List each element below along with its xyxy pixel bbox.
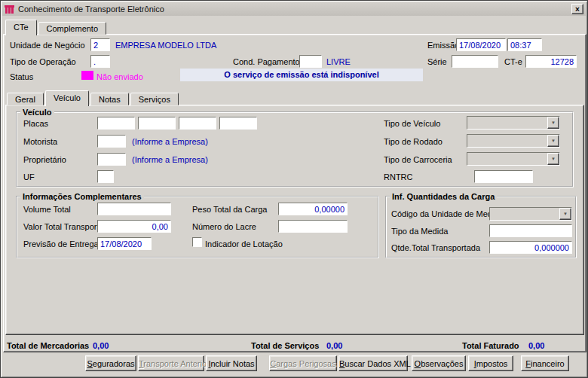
serie-label: Série [427, 57, 447, 67]
observacoes-button[interactable]: Observações [412, 355, 466, 371]
impostos-button[interactable]: Impostos [468, 355, 513, 371]
tab-complemento[interactable]: Complemento [38, 22, 106, 35]
close-button[interactable]: × [571, 4, 583, 14]
incluir-notas-button[interactable]: Incluir Notas [206, 355, 257, 371]
total-servicos-value: 0,00 [326, 341, 342, 350]
seguradoras-button[interactable]: Seguradoras [85, 355, 136, 371]
placa-input-2[interactable] [138, 117, 176, 130]
volume-total-input[interactable] [97, 203, 171, 215]
total-servicos-label: Total de Serviços [251, 341, 319, 350]
quantidades-title: Inf. Quantidades da Carga [390, 192, 497, 201]
placa-input-3[interactable] [179, 117, 216, 130]
tipo-operacao-label: Tipo de Operação [10, 57, 76, 67]
motorista-input[interactable] [97, 135, 126, 148]
tab-veiculo[interactable]: Veículo [45, 90, 89, 106]
motorista-label: Motorista [23, 137, 57, 147]
chevron-down-icon: ▼ [547, 153, 559, 165]
numero-lacre-input[interactable] [278, 220, 348, 233]
tab-geral[interactable]: Geral [7, 93, 44, 105]
tipo-carroceria-label: Tipo de Carroceria [384, 155, 452, 165]
tipo-medida-input[interactable] [489, 224, 572, 237]
numero-lacre-label: Número do Lacre [192, 222, 256, 232]
emissao-label: Emissão [427, 41, 459, 50]
status-label: Status [10, 72, 33, 82]
service-message: O serviço de emissão está indisponível [180, 69, 423, 81]
proprietario-hint: (Informe a Empresa) [132, 155, 208, 165]
total-mercadorias-label: Total de Mercadorias [7, 341, 89, 350]
tipo-medida-label: Tipo da Medida [391, 227, 448, 236]
chevron-down-icon: ▼ [559, 208, 571, 220]
tab-cte[interactable]: CTe [5, 20, 37, 35]
motorista-hint: (Informe a Empresa) [132, 137, 208, 147]
status-text: Não enviado [96, 72, 143, 82]
inner-tabstrip: Geral Veículo Notas Serviços [7, 90, 180, 106]
rntrc-label: RNTRC [384, 172, 413, 182]
peso-total-input[interactable] [278, 203, 348, 215]
titlebar: Conhecimento de Transporte Eletrônico × [2, 2, 586, 16]
chevron-down-icon: ▼ [547, 135, 559, 147]
cargas-perigosas-button: Cargas Perigosas [269, 355, 337, 371]
codigo-unidade-select[interactable]: ▼ [489, 207, 572, 221]
chevron-down-icon: ▼ [547, 117, 559, 129]
qtde-total-label: Qtde.Total Transportada [391, 243, 480, 253]
emissao-date-input[interactable] [456, 38, 506, 51]
unidade-negocio-label: Unidade de Negócio [10, 41, 85, 50]
placa-input-4[interactable] [219, 117, 257, 130]
proprietario-label: Proprietário [23, 155, 66, 165]
qtde-total-input[interactable] [489, 241, 572, 254]
total-mercadorias-value: 0,00 [93, 341, 109, 350]
outer-tabstrip: CTe Complemento [5, 20, 108, 35]
tipo-veiculo-label: Tipo de Veículo [384, 119, 440, 129]
tipo-rodado-label: Tipo de Rodado [384, 137, 443, 147]
placa-input-1[interactable] [97, 117, 135, 130]
tipo-carroceria-select[interactable]: ▼ [467, 152, 560, 166]
tipo-veiculo-select[interactable]: ▼ [467, 116, 560, 130]
volume-total-label: Volume Total [23, 205, 71, 215]
empresa-name: EMPRESA MODELO LTDA [115, 41, 216, 50]
app-icon [5, 5, 14, 14]
placas-label: Placas [23, 119, 48, 129]
total-faturado-label: Total Faturado [462, 341, 519, 350]
cond-pagamento-desc: LIVRE [326, 57, 351, 67]
info-complementares-title: Informações Complementares [20, 192, 144, 201]
financeiro-button[interactable]: Financeiro [521, 355, 569, 371]
cte-number-input[interactable] [525, 55, 577, 68]
cond-pagamento-input[interactable] [299, 55, 322, 68]
emissao-time-input[interactable] [507, 38, 542, 51]
rntrc-input[interactable] [474, 170, 533, 183]
indicador-lotacao-checkbox[interactable] [192, 237, 202, 247]
tipo-rodado-select[interactable]: ▼ [467, 134, 560, 148]
uf-label: UF [23, 172, 35, 182]
proprietario-input[interactable] [97, 153, 126, 166]
tipo-operacao-input[interactable] [90, 55, 110, 68]
tab-servicos[interactable]: Serviços [130, 93, 179, 105]
veiculo-group-title: Veículo [20, 108, 54, 117]
cond-pagamento-label: Cond. Pagamento [233, 57, 300, 67]
transporte-anterior-button: Transporte Anterior [138, 355, 204, 371]
valor-total-input[interactable] [97, 220, 171, 233]
status-color-swatch [81, 71, 93, 80]
cte-number-label: CT-e [504, 57, 522, 67]
peso-total-label: Peso Total da Carga [192, 205, 267, 215]
indicador-lotacao-label: Indicador de Lotação [205, 239, 283, 249]
serie-input[interactable] [452, 55, 498, 68]
previsao-entrega-input[interactable] [97, 237, 152, 250]
tab-notas[interactable]: Notas [90, 93, 129, 105]
app-window: Conhecimento de Transporte Eletrônico × … [0, 0, 588, 378]
unidade-negocio-input[interactable] [90, 38, 110, 51]
codigo-unidade-label: Código da Unidade de Medida [391, 209, 504, 219]
previsao-entrega-label: Previsão de Entrega [23, 239, 99, 249]
total-faturado-value: 0,00 [528, 341, 544, 350]
uf-input[interactable] [97, 170, 114, 183]
buscar-dados-xml-button[interactable]: Buscar Dados XML [338, 355, 408, 371]
window-title: Conhecimento de Transporte Eletrônico [18, 5, 164, 14]
